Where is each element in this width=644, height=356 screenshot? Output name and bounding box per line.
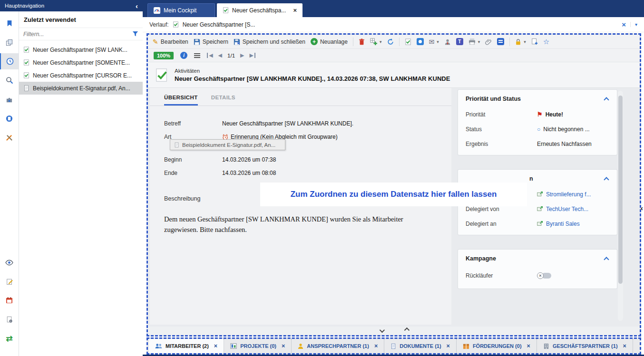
- collapse-down-icon[interactable]: [380, 327, 385, 333]
- reports-icon[interactable]: [0, 110, 19, 126]
- collapse-up-icon[interactable]: [404, 327, 410, 333]
- field-value[interactable]: 14.03.2026 um 07:38: [222, 156, 276, 163]
- history-close-icon[interactable]: ×: [622, 20, 626, 29]
- filter-input[interactable]: [23, 31, 129, 38]
- vertical-scrollbar[interactable]: [618, 91, 623, 321]
- history-entry[interactable]: Neuer Geschäftspartner [S...: [183, 21, 255, 28]
- bookmark-icon[interactable]: [0, 15, 19, 31]
- collapse-navigation-icon[interactable]: ‹: [136, 2, 138, 10]
- watch-eye-icon[interactable]: [0, 254, 19, 270]
- list-item[interactable]: Beispieldokument E-Signatur.pdf, An...: [19, 82, 143, 95]
- collapse-section-icon[interactable]: [604, 257, 609, 262]
- description-text[interactable]: Dem neuen Geschäftspartner [SW LANKHMAR …: [150, 214, 404, 235]
- ruecklaeufer-toggle[interactable]: ×: [537, 272, 551, 279]
- confirm-document-button[interactable]: [405, 38, 411, 45]
- hauptnavigation-title: Hauptnavigation: [5, 3, 44, 9]
- menu-icon[interactable]: [194, 53, 200, 58]
- email-button[interactable]: ✉ ▾: [429, 38, 439, 45]
- sync-icon[interactable]: ⇄: [0, 330, 19, 346]
- refresh-button[interactable]: [387, 38, 394, 45]
- row-value[interactable]: ⚑ Heute!: [537, 111, 563, 118]
- delegated-to-link[interactable]: Byranti Sales: [546, 221, 580, 227]
- delete-button[interactable]: [359, 38, 365, 45]
- plugin-icon[interactable]: [0, 91, 19, 107]
- row-value[interactable]: Erneutes Nachfassen: [537, 141, 592, 147]
- search-icon[interactable]: [0, 72, 19, 88]
- collapse-section-icon[interactable]: [604, 177, 609, 182]
- tab-mitarbeiter[interactable]: MITARBEITER (2) ×: [149, 339, 224, 353]
- contact-person-button[interactable]: [444, 38, 451, 45]
- recent-clock-icon[interactable]: [0, 53, 19, 69]
- tab-details[interactable]: DETAILS: [211, 95, 235, 106]
- field-value[interactable]: Neuer Geschäftspartner [SW LANKHMAR KUND…: [222, 120, 353, 127]
- external-app-button[interactable]: [497, 38, 504, 45]
- windows-copy-icon[interactable]: [0, 34, 19, 50]
- edit-button[interactable]: ✎ Bearbeiten: [153, 38, 188, 45]
- close-tab-icon[interactable]: ×: [282, 343, 285, 349]
- tools-icon[interactable]: [0, 129, 19, 145]
- tab-uebersicht[interactable]: ÜBERSICHT: [164, 95, 198, 106]
- collapse-section-icon[interactable]: [604, 97, 609, 102]
- tab-label: MITARBEITER (2): [166, 343, 209, 349]
- card-header[interactable]: Kampagne: [458, 250, 617, 267]
- window-tabbar: Mein Cockpit Neuer Geschäftspa... ×: [143, 0, 644, 17]
- list-item[interactable]: Neuer Geschäftspartner [SOMENTE...: [19, 56, 143, 69]
- field-value[interactable]: 14.03.2026 um 08:08: [222, 170, 276, 176]
- row-value[interactable]: Byranti Sales: [537, 221, 580, 227]
- filter-funnel-icon[interactable]: [132, 31, 138, 37]
- save-button[interactable]: Speichern: [194, 38, 228, 45]
- history-dropdown-icon[interactable]: ▾: [630, 22, 637, 27]
- new-record-button[interactable]: + Neuanlage: [311, 38, 348, 45]
- list-item[interactable]: Neuer Geschäftspartner [SW LANK...: [19, 43, 143, 56]
- close-tab-icon[interactable]: ×: [447, 343, 450, 349]
- close-tab-icon[interactable]: ×: [374, 343, 378, 349]
- last-record-button[interactable]: ▶: [250, 53, 255, 58]
- close-tab-icon[interactable]: ×: [623, 343, 626, 349]
- print-button[interactable]: ▾: [468, 38, 480, 45]
- close-tab-icon[interactable]: ×: [293, 7, 297, 14]
- permissions-button[interactable]: ▾: [515, 38, 526, 45]
- tab-ansprechpartner[interactable]: ANSPRECHPARTNER (1) ×: [292, 339, 384, 353]
- new-document-button[interactable]: [531, 38, 538, 45]
- link-tabs-drop-zone: MITARBEITER (2) × PROJEKTE (0) × ANSPREC…: [146, 337, 641, 355]
- row-value[interactable]: Stromlieferung f...: [537, 191, 591, 198]
- row-label: Delegiert von: [466, 206, 537, 212]
- favorite-star-icon[interactable]: ☆: [543, 38, 549, 45]
- previous-record-button[interactable]: ◀: [218, 53, 222, 58]
- row-value[interactable]: ○ Nicht begonnen ...: [537, 126, 590, 133]
- panel-row: Priorität ⚑ Heute!: [458, 107, 617, 122]
- tab-mein-cockpit[interactable]: Mein Cockpit: [147, 3, 215, 17]
- tab-dokumente[interactable]: DOKUMENTE (1) ×: [384, 339, 457, 353]
- card-prioritaet-status: Priorität und Status Priorität ⚑ Heute! …: [458, 90, 617, 155]
- dropdown-caret-icon: ▾: [478, 39, 480, 44]
- tab-projekte[interactable]: PROJEKTE (0) ×: [224, 339, 292, 353]
- project-chart-icon: [230, 343, 237, 349]
- info-icon[interactable]: i: [180, 52, 187, 59]
- linked-record-link[interactable]: Stromlieferung f...: [546, 191, 591, 198]
- close-tab-icon[interactable]: ×: [214, 343, 217, 349]
- document-icon: [390, 343, 396, 349]
- tab-neuer-geschaeftspartner[interactable]: Neuer Geschäftspa... ×: [217, 3, 302, 17]
- first-record-button[interactable]: ◀: [207, 53, 213, 58]
- delegated-from-link[interactable]: TechUser Tech...: [546, 206, 588, 212]
- add-to-list-button[interactable]: ▾: [370, 38, 382, 45]
- note-icon[interactable]: [0, 273, 19, 289]
- teams-button[interactable]: T: [456, 38, 463, 45]
- screenshot-button[interactable]: [417, 38, 424, 45]
- linked-record-icon: [537, 206, 543, 212]
- document-settings-icon[interactable]: [0, 311, 19, 327]
- scrollbar-thumb[interactable]: [618, 96, 623, 284]
- tab-geschaeftspartner[interactable]: GESCHÄFTSPARTNER (1) ×: [537, 339, 633, 353]
- tab-foerderungen[interactable]: FÖRDERUNGEN (0) ×: [457, 339, 537, 353]
- attachment-button[interactable]: [485, 38, 492, 45]
- calendar-icon[interactable]: [0, 292, 19, 308]
- save-close-button[interactable]: Speichern und schließen: [234, 38, 305, 45]
- drag-ghost-label: Beispieldokument E-Signatur.pdf, An...: [182, 142, 275, 148]
- expand-right-panel-icon[interactable]: ‹: [640, 202, 644, 214]
- close-tab-icon[interactable]: ×: [527, 343, 530, 349]
- list-item[interactable]: Neuer Geschäftspartner [CURSOR E...: [19, 69, 143, 82]
- next-record-button[interactable]: ▶: [240, 53, 244, 58]
- zoom-badge[interactable]: 100%: [154, 52, 174, 59]
- card-header[interactable]: Priorität und Status: [458, 90, 617, 107]
- row-value[interactable]: TechUser Tech...: [537, 206, 588, 212]
